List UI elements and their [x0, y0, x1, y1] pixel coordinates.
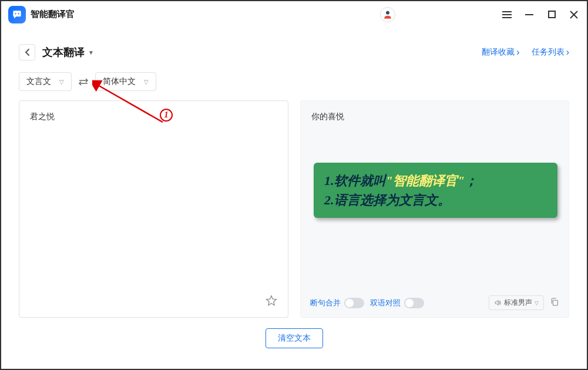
chevron-down-icon: ▽ [535, 300, 539, 306]
favorite-star-icon[interactable] [266, 295, 277, 309]
target-language-label: 简体中文 [103, 76, 136, 87]
source-textarea[interactable]: 君之悦 [19, 101, 288, 133]
target-text: 你的喜悦 [301, 101, 569, 133]
sentence-merge-toggle: 断句合并 [310, 298, 364, 308]
clear-text-button[interactable]: 清空文本 [266, 328, 323, 348]
caret-down-icon: ▼ [88, 49, 94, 56]
bilingual-toggle: 双语对照 [370, 298, 424, 308]
annotation-box: 1.软件就叫"智能翻译官"； 2.语言选择为文言文。 [314, 163, 557, 218]
svg-point-1 [18, 13, 19, 14]
annotation-marker-1: 1 [160, 109, 173, 122]
source-panel: 君之悦 [19, 100, 288, 318]
swap-languages-button[interactable] [78, 78, 89, 86]
page-title-dropdown[interactable]: 文本翻译 ▼ [42, 45, 94, 59]
annotation-line1-prefix: 1.软件就叫 [324, 173, 386, 188]
copy-button[interactable] [550, 297, 559, 309]
favorites-link[interactable]: 翻译收藏 [482, 47, 519, 58]
page-header: 文本翻译 ▼ 翻译收藏 任务列表 [1, 28, 587, 68]
annotation-line1-quote: "智能翻译官" [386, 173, 465, 188]
voice-select[interactable]: 标准男声 ▽ [489, 295, 544, 310]
chevron-down-icon: ▽ [59, 79, 64, 85]
source-language-select[interactable]: 文言文 ▽ [19, 72, 72, 91]
menu-button[interactable] [501, 9, 513, 21]
svg-rect-7 [553, 300, 557, 305]
back-button[interactable] [19, 44, 35, 60]
language-selectors: 文言文 ▽ 简体中文 ▽ [1, 68, 587, 96]
close-button[interactable] [568, 9, 580, 21]
minimize-button[interactable] [523, 9, 535, 21]
annotation-line1-suffix: ； [465, 173, 478, 188]
maximize-button[interactable] [546, 9, 557, 21]
bilingual-switch[interactable] [404, 298, 424, 308]
sentence-merge-label: 断句合并 [310, 298, 341, 308]
speaker-icon [494, 299, 502, 307]
voice-label: 标准男声 [504, 298, 532, 308]
svg-point-2 [386, 11, 389, 14]
tasks-link[interactable]: 任务列表 [532, 47, 569, 58]
svg-point-0 [15, 13, 16, 14]
source-language-label: 文言文 [26, 76, 51, 87]
page-title: 文本翻译 [42, 45, 85, 59]
target-language-select[interactable]: 简体中文 ▽ [95, 72, 156, 91]
app-title: 智能翻译官 [31, 9, 75, 20]
app-logo [8, 6, 26, 23]
chevron-down-icon: ▽ [144, 79, 149, 85]
avatar[interactable] [380, 7, 395, 22]
bilingual-label: 双语对照 [370, 298, 401, 308]
sentence-merge-switch[interactable] [344, 298, 364, 308]
annotation-line2: 2.语言选择为文言文。 [324, 190, 547, 210]
titlebar: 智能翻译官 [1, 1, 587, 28]
